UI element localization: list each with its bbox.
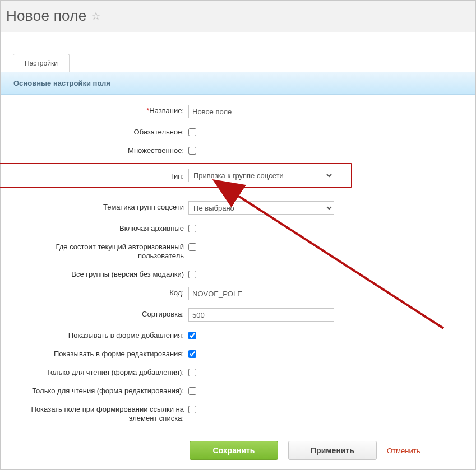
show-add-checkbox[interactable] bbox=[188, 332, 196, 339]
page-title: Новое поле bbox=[6, 7, 87, 25]
label-type: Тип: bbox=[12, 170, 188, 181]
row-show-add: Показывать в форме добавления: bbox=[12, 329, 464, 340]
label-name: Название: bbox=[149, 106, 184, 115]
topic-select[interactable]: Не выбрано bbox=[188, 201, 334, 215]
label-multiple: Множественное: bbox=[12, 145, 188, 155]
label-member: Где состоит текущий авторизованный польз… bbox=[12, 241, 188, 260]
name-input[interactable] bbox=[188, 105, 334, 118]
row-sort: Сортировка: bbox=[12, 308, 464, 322]
allgroups-checkbox[interactable] bbox=[188, 271, 196, 278]
page-container: Новое поле Настройки Основные настройки … bbox=[0, 0, 476, 470]
favorite-star-icon[interactable] bbox=[91, 12, 100, 21]
row-show-edit: Показывать в форме редактирования: bbox=[12, 348, 464, 359]
label-ro-add: Только для чтения (форма добавления): bbox=[12, 366, 188, 377]
row-ro-add: Только для чтения (форма добавления): bbox=[12, 366, 464, 377]
label-archived: Включая архивные bbox=[12, 222, 188, 233]
tab-settings[interactable]: Настройки bbox=[13, 54, 70, 72]
cancel-link[interactable]: Отменить bbox=[387, 446, 420, 455]
label-sort: Сортировка: bbox=[12, 308, 188, 319]
page-header: Новое поле bbox=[1, 1, 475, 32]
row-multiple: Множественное: bbox=[12, 145, 464, 155]
multiple-checkbox[interactable] bbox=[188, 147, 196, 155]
label-show-add: Показывать в форме добавления: bbox=[12, 329, 188, 340]
row-ro-edit: Только для чтения (форма редактирования)… bbox=[12, 385, 464, 395]
row-name: *Название: bbox=[12, 105, 464, 118]
svg-marker-0 bbox=[92, 12, 99, 19]
row-required: Обязательное: bbox=[12, 126, 464, 137]
row-code: Код: bbox=[12, 287, 464, 300]
type-highlight-box: Тип: Привязка к группе соцсети bbox=[0, 163, 352, 188]
row-member: Где состоит текущий авторизованный польз… bbox=[12, 241, 464, 260]
row-topic: Тематика групп соцсети Не выбрано bbox=[12, 201, 464, 215]
sort-input[interactable] bbox=[188, 308, 334, 322]
show-edit-checkbox[interactable] bbox=[188, 350, 196, 358]
row-link-form: Показать поле при формировании ссылки на… bbox=[12, 403, 464, 423]
apply-button[interactable]: Применить bbox=[288, 441, 377, 460]
form: *Название: Обязательное: Множественное: … bbox=[1, 95, 475, 435]
row-type-highlight: Тип: Привязка к группе соцсети bbox=[12, 163, 464, 188]
code-input[interactable] bbox=[188, 287, 334, 300]
label-required: Обязательное: bbox=[12, 126, 188, 137]
tab-bar: Настройки bbox=[1, 32, 475, 72]
label-allgroups: Все группы (версия без модалки) bbox=[12, 268, 188, 279]
label-link-form: Показать поле при формировании ссылки на… bbox=[12, 403, 188, 423]
ro-add-checkbox[interactable] bbox=[188, 369, 196, 376]
type-select[interactable]: Привязка к группе соцсети bbox=[188, 169, 334, 182]
label-topic: Тематика групп соцсети bbox=[12, 201, 188, 212]
settings-panel: Основные настройки поля *Название: Обяза… bbox=[1, 72, 475, 470]
content-area: Настройки Основные настройки поля *Назва… bbox=[1, 32, 475, 470]
archived-checkbox[interactable] bbox=[188, 225, 196, 232]
row-allgroups: Все группы (версия без модалки) bbox=[12, 268, 464, 279]
button-row: Сохранить Применить Отменить bbox=[1, 435, 475, 470]
label-show-edit: Показывать в форме редактирования: bbox=[12, 348, 188, 359]
member-checkbox[interactable] bbox=[188, 243, 196, 251]
required-checkbox[interactable] bbox=[188, 128, 196, 136]
row-archived: Включая архивные bbox=[12, 222, 464, 233]
link-form-checkbox[interactable] bbox=[188, 406, 196, 413]
save-button[interactable]: Сохранить bbox=[190, 441, 278, 460]
ro-edit-checkbox[interactable] bbox=[188, 387, 196, 395]
label-ro-edit: Только для чтения (форма редактирования)… bbox=[12, 385, 188, 395]
section-header: Основные настройки поля bbox=[1, 72, 475, 95]
label-code: Код: bbox=[12, 287, 188, 297]
